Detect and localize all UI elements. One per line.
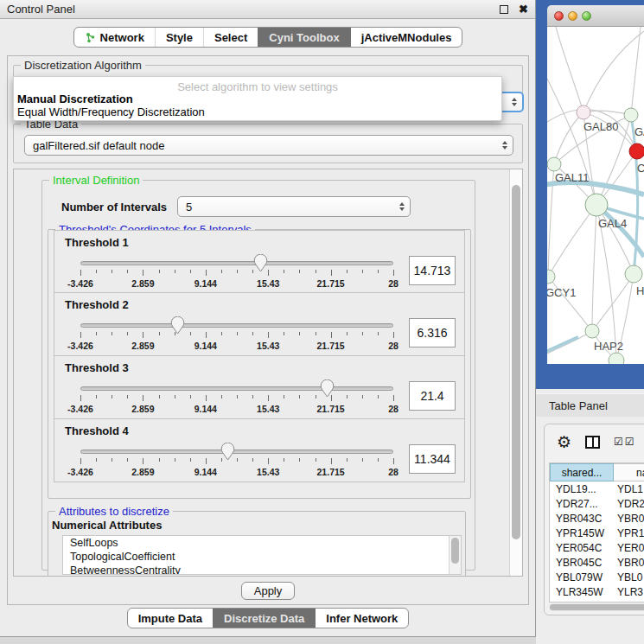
network-view-window: GAL80 GA C GAL11 GAL4 GCY1 H HAP2 [547,5,644,364]
list-item[interactable]: SelfLoops [63,536,461,550]
mac-minimize-icon[interactable] [568,11,577,21]
slider-ticks [80,332,393,339]
threshold-3-value-field[interactable]: 21.4 [409,381,456,411]
column-header-name[interactable]: na [614,463,644,481]
node-ga[interactable] [624,108,638,122]
table-row[interactable]: YBR045CYBR0 [550,555,644,570]
threshold-4-slider[interactable]: -3.426 2.859 9.144 15.43 21.715 28 [80,444,393,482]
dropdown-option-manual-discretization[interactable]: Manual Discretization [14,92,501,105]
node-hap2[interactable] [585,324,599,338]
apply-button[interactable]: Apply [241,582,295,600]
network-canvas[interactable]: GAL80 GA C GAL11 GAL4 GCY1 H HAP2 [547,27,644,364]
threshold-2-card: Threshold 2 -3.426 [54,293,465,356]
dropdown-option-equal-width-frequency[interactable]: Equal Width/Frequency Discretization [14,105,501,118]
number-of-intervals-spinner[interactable]: 5 [177,196,411,217]
table-panel-window: ⚙ ☑☑ shared... na YDL19...YDL1 YDR27...Y… [544,424,644,615]
slider-track[interactable] [80,386,393,391]
list-item[interactable]: BetweennessCentrality [63,564,461,575]
slider-thumb[interactable] [220,443,235,461]
tab-infer-network[interactable]: Infer Network [315,609,408,628]
tab-cyni-toolbox[interactable]: Cyni Toolbox [258,28,349,47]
node-h[interactable] [625,265,642,283]
threshold-1-value-field[interactable]: 14.713 [409,256,456,285]
threshold-2-slider[interactable]: -3.426 2.859 9.144 15.43 21.715 28 [80,318,393,356]
tab-network-label: Network [100,31,144,44]
threshold-4-card: Threshold 4 -3.426 [54,419,465,482]
threshold-2-value-field[interactable]: 6.316 [409,318,456,348]
table-row[interactable]: YER054CYER0 [550,540,644,555]
threshold-4-label: Threshold 4 [65,424,456,437]
settings-vertical-scrollbar[interactable] [509,169,522,576]
node-bottom[interactable] [609,353,624,364]
table-header-row: shared... na [550,463,644,481]
spinner-arrows-icon [399,202,405,211]
attributes-list-scrollbar[interactable] [449,536,461,574]
number-of-intervals-value: 5 [186,201,399,214]
threshold-3-label: Threshold 3 [65,361,456,374]
threshold-1-label: Threshold 1 [65,236,456,249]
gear-icon[interactable]: ⚙ [557,434,571,450]
tab-style[interactable]: Style [155,28,203,47]
interval-definition-group-title: Interval Definition [49,174,143,187]
cyni-toolbox-panel: Discretization Algorithm Select algorith… [7,55,529,605]
split-view-icon[interactable] [585,436,600,449]
attributes-group-title: Attributes to discretize [55,505,173,518]
table-data-group: Table Data galFiltered.sif default node [13,124,523,163]
slider-track[interactable] [80,261,393,265]
slider-ticks [80,395,393,402]
slider-thumb[interactable] [170,316,185,335]
node-red-selected[interactable] [629,143,644,159]
node-gal11[interactable] [547,157,561,171]
slider-track[interactable] [80,323,393,328]
table-panel-titlebar: Table Panel [536,393,644,417]
node-label-c: C [637,162,644,175]
close-window-icon[interactable]: ✖ [519,5,528,14]
table-row[interactable]: YIL052CYIL0 [550,599,644,603]
screen: Control Panel ✖ Network Style Select [0,0,644,644]
table-row[interactable]: YBL079WYBL0 [550,570,644,584]
node-gal4[interactable] [585,194,608,216]
node-gcy1[interactable] [547,270,555,284]
attributes-to-discretize-group: Attributes to discretize Numerical Attri… [48,511,466,577]
node-label-hap2: HAP2 [594,340,623,353]
table-row[interactable]: YDL19...YDL1 [550,481,644,496]
tab-impute-data[interactable]: Impute Data [128,609,213,628]
discretization-algorithm-group-title: Discretization Algorithm [21,59,145,72]
table-row[interactable]: YDR27...YDR2 [550,496,644,511]
combobox-arrows-icon [512,98,517,106]
checkbox-icon: ☑ [625,437,634,447]
node-gal80[interactable] [577,105,590,119]
cyni-bottom-tabbar: Impute Data Discretize Data Infer Networ… [0,608,536,628]
threshold-1-slider[interactable]: -3.426 2.859 9.144 15.43 21.715 28 [80,256,393,294]
tab-network[interactable]: Network [74,28,155,47]
node-label-gal11: GAL11 [555,171,590,184]
table-data-combobox[interactable]: galFiltered.sif default node [24,135,513,156]
tab-select[interactable]: Select [203,28,258,47]
float-window-icon[interactable] [500,5,508,14]
list-item[interactable]: TopologicalCoefficient [63,550,461,564]
threshold-4-value-field[interactable]: 11.344 [409,444,456,474]
slider-thumb[interactable] [320,379,335,398]
slider-tick-labels: -3.426 2.859 9.144 15.43 21.715 28 [80,341,393,351]
mac-close-icon[interactable] [554,11,564,21]
tab-jactivemnodules[interactable]: jActiveMNodules [350,28,462,47]
column-header-shared-name[interactable]: shared... [550,463,614,481]
network-graph: GAL80 GA C GAL11 GAL4 GCY1 H HAP2 [547,27,644,364]
node-label-gcy1: GCY1 [547,286,576,299]
threshold-3-slider[interactable]: -3.426 2.859 9.144 15.43 21.715 28 [80,381,393,419]
table-horizontal-scrollbar[interactable] [549,603,644,611]
threshold-1-card: Threshold 1 -3.426 [54,230,465,293]
slider-thumb[interactable] [253,254,268,272]
select-columns-icons[interactable]: ☑☑ [614,437,634,447]
table-row[interactable]: YPR145WYPR1 [550,526,644,540]
tab-discretize-data[interactable]: Discretize Data [213,609,315,628]
desktop-right: GAL80 GA C GAL11 GAL4 GCY1 H HAP2 Table … [536,0,644,644]
table-row[interactable]: YBR043CYBR0 [550,511,644,526]
node-label-gal4: GAL4 [598,217,627,230]
table-row[interactable]: YLR345WYLR3 [550,584,644,599]
node-label-ga: GA [634,125,644,138]
mac-zoom-icon[interactable] [582,11,591,21]
slider-track[interactable] [80,450,393,454]
node-label-h: H [636,284,644,297]
numerical-attributes-label: Numerical Attributes [52,519,465,532]
